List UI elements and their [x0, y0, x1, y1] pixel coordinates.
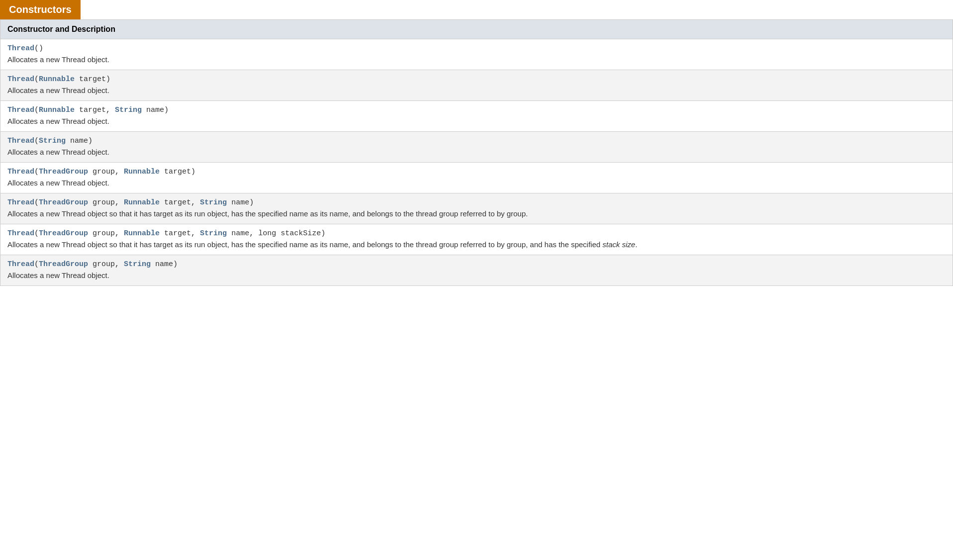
type-class-name: String	[200, 198, 227, 207]
constructor-signature: Thread(String name)	[7, 137, 946, 145]
type-class-name: ThreadGroup	[39, 168, 88, 176]
constructor-signature: Thread(Runnable target)	[7, 75, 946, 84]
table-row: Thread()Allocates a new Thread object.	[0, 39, 953, 70]
signature-plain: group,	[88, 198, 124, 207]
constructor-description: Allocates a new Thread object so that it…	[7, 209, 946, 218]
constructor-description: Allocates a new Thread object.	[7, 179, 946, 187]
constructor-signature: Thread(Runnable target, String name)	[7, 106, 946, 114]
signature-plain: (	[34, 260, 39, 269]
constructor-description: Allocates a new Thread object.	[7, 117, 946, 125]
signature-plain: name)	[142, 106, 169, 114]
table-body: Thread()Allocates a new Thread object.Th…	[0, 39, 953, 286]
thread-class-name: Thread	[7, 168, 34, 176]
constructor-cell: Thread(ThreadGroup group, String name)Al…	[0, 255, 953, 286]
type-class-name: Runnable	[124, 168, 160, 176]
constructor-cell: Thread(String name)Allocates a new Threa…	[0, 132, 953, 163]
signature-plain: group,	[88, 168, 124, 176]
constructor-cell: Thread(Runnable target)Allocates a new T…	[0, 70, 953, 101]
constructor-cell: Thread(ThreadGroup group, Runnable targe…	[0, 163, 953, 193]
type-class-name: Runnable	[39, 75, 75, 84]
signature-plain: group,	[88, 229, 124, 238]
table-row: Thread(ThreadGroup group, Runnable targe…	[0, 193, 953, 224]
constructor-description: Allocates a new Thread object so that it…	[7, 240, 946, 249]
constructor-cell: Thread()Allocates a new Thread object.	[0, 39, 953, 70]
section-title: Constructors	[9, 4, 72, 15]
constructor-signature: Thread(ThreadGroup group, Runnable targe…	[7, 229, 946, 238]
thread-class-name: Thread	[7, 137, 34, 145]
signature-plain: (	[34, 75, 39, 84]
column-header: Constructor and Description	[0, 20, 953, 39]
table-row: Thread(String name)Allocates a new Threa…	[0, 132, 953, 163]
table-row: Thread(Runnable target, String name)Allo…	[0, 101, 953, 132]
type-class-name: Runnable	[124, 229, 160, 238]
signature-plain: target)	[75, 75, 110, 84]
type-class-name: Runnable	[124, 198, 160, 207]
thread-class-name: Thread	[7, 260, 34, 269]
constructors-table: Constructor and Description Thread()Allo…	[0, 19, 953, 286]
type-class-name: Runnable	[39, 106, 75, 114]
constructor-cell: Thread(ThreadGroup group, Runnable targe…	[0, 193, 953, 224]
thread-class-name: Thread	[7, 44, 34, 53]
signature-plain: name)	[66, 137, 93, 145]
table-row: Thread(ThreadGroup group, String name)Al…	[0, 255, 953, 286]
section-header: Constructors	[0, 0, 81, 19]
type-class-name: String	[115, 106, 142, 114]
constructor-signature: Thread()	[7, 44, 946, 53]
type-class-name: String	[39, 137, 66, 145]
constructor-signature: Thread(ThreadGroup group, String name)	[7, 260, 946, 269]
table-row: Thread(ThreadGroup group, Runnable targe…	[0, 163, 953, 193]
description-italic: stack size	[602, 240, 635, 249]
thread-class-name: Thread	[7, 106, 34, 114]
constructor-cell: Thread(Runnable target, String name)Allo…	[0, 101, 953, 132]
signature-plain: (	[34, 168, 39, 176]
constructor-signature: Thread(ThreadGroup group, Runnable targe…	[7, 168, 946, 176]
signature-plain: target,	[160, 229, 200, 238]
table-row: Thread(Runnable target)Allocates a new T…	[0, 70, 953, 101]
thread-class-name: Thread	[7, 75, 34, 84]
signature-plain: (	[34, 229, 39, 238]
signature-plain: (	[34, 198, 39, 207]
signature-plain: ()	[34, 44, 43, 53]
type-class-name: ThreadGroup	[39, 260, 88, 269]
type-class-name: ThreadGroup	[39, 198, 88, 207]
signature-plain: name)	[227, 198, 254, 207]
signature-plain: target,	[160, 198, 200, 207]
constructor-description: Allocates a new Thread object.	[7, 271, 946, 280]
constructor-description: Allocates a new Thread object.	[7, 55, 946, 64]
type-class-name: ThreadGroup	[39, 229, 88, 238]
signature-plain: target)	[160, 168, 195, 176]
signature-plain: (	[34, 106, 39, 114]
type-class-name: String	[200, 229, 227, 238]
table-row: Thread(ThreadGroup group, Runnable targe…	[0, 224, 953, 255]
constructor-description: Allocates a new Thread object.	[7, 86, 946, 94]
signature-plain: group,	[88, 260, 124, 269]
constructor-signature: Thread(ThreadGroup group, Runnable targe…	[7, 198, 946, 207]
constructor-description: Allocates a new Thread object.	[7, 148, 946, 156]
thread-class-name: Thread	[7, 198, 34, 207]
signature-plain: name)	[151, 260, 178, 269]
signature-plain: target,	[75, 106, 115, 114]
signature-plain: (	[34, 137, 39, 145]
signature-plain: name, long stackSize)	[227, 229, 325, 238]
type-class-name: String	[124, 260, 151, 269]
page-wrapper: Constructors Constructor and Description…	[0, 0, 953, 560]
constructor-cell: Thread(ThreadGroup group, Runnable targe…	[0, 224, 953, 255]
table-header-row: Constructor and Description	[0, 20, 953, 39]
thread-class-name: Thread	[7, 229, 34, 238]
